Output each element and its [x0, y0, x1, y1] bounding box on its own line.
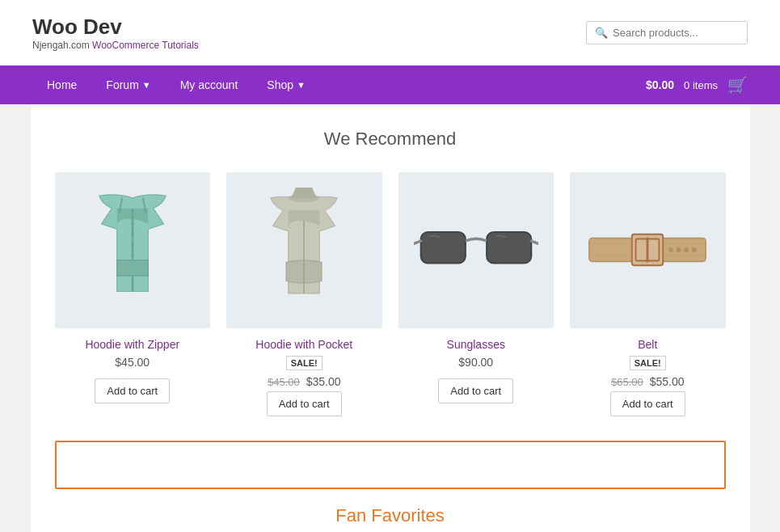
sale-badge-3: SALE! — [630, 356, 666, 375]
svg-point-0 — [131, 222, 134, 226]
product-name-0[interactable]: Hoodie with Zipper — [85, 338, 179, 351]
nav-item-forum[interactable]: Forum ▼ — [91, 65, 165, 104]
nav-right: $0.00 0 items 🛒 — [646, 75, 748, 95]
cart-icon[interactable]: 🛒 — [727, 75, 748, 95]
nav-item-home[interactable]: Home — [32, 65, 91, 104]
product-name-3[interactable]: Belt — [638, 338, 657, 351]
main-content: We Recommend — [31, 104, 750, 532]
svg-point-21 — [692, 247, 697, 252]
page-wrapper: Woo Dev Njengah.com WooCommerce Tutorial… — [0, 0, 780, 532]
svg-point-3 — [131, 254, 134, 257]
recommended-section-title: We Recommend — [55, 129, 726, 150]
svg-line-11 — [531, 241, 538, 246]
svg-rect-8 — [421, 232, 466, 264]
product-image-hoodie-pocket — [226, 172, 382, 328]
svg-line-10 — [414, 241, 421, 246]
search-box[interactable]: 🔍 — [586, 21, 748, 44]
product-card-hoodie-pocket: Hoodie with Pocket SALE! $45.00 $35.00 A… — [226, 172, 382, 416]
hoodie-zipper-svg — [70, 188, 195, 312]
add-to-cart-button-0[interactable]: Add to cart — [95, 378, 170, 403]
subtitle-link[interactable]: WooCommerce Tutorials — [92, 40, 199, 51]
site-title: Woo Dev — [32, 15, 199, 40]
forum-dropdown-arrow: ▼ — [142, 80, 151, 90]
shop-dropdown-arrow: ▼ — [297, 80, 306, 90]
add-to-cart-button-2[interactable]: Add to cart — [438, 378, 513, 403]
add-to-cart-button-1[interactable]: Add to cart — [267, 391, 342, 416]
search-icon: 🔍 — [595, 27, 608, 39]
search-input[interactable] — [613, 27, 742, 39]
add-to-cart-button-3[interactable]: Add to cart — [610, 391, 685, 416]
svg-rect-9 — [487, 232, 531, 264]
cart-total: $0.00 — [646, 78, 674, 91]
cart-items-count: 0 items — [684, 79, 718, 91]
hoodie-pocket-svg — [242, 188, 366, 312]
svg-point-20 — [684, 247, 689, 252]
svg-point-19 — [677, 247, 681, 252]
subtitle-text: Njengah.com — [32, 40, 92, 51]
orange-highlight-box — [55, 441, 726, 489]
product-pricing-1: $45.00 $35.00 — [268, 375, 340, 388]
product-image-sunglasses — [398, 172, 554, 328]
product-price-0: $45.00 — [115, 356, 150, 369]
product-card-sunglasses: Sunglasses $90.00 Add to cart — [398, 172, 554, 416]
nav-left: Home Forum ▼ My account Shop ▼ — [32, 65, 320, 104]
product-price-2: $90.00 — [458, 356, 493, 369]
svg-point-1 — [131, 233, 134, 236]
product-name-2[interactable]: Sunglasses — [447, 338, 505, 351]
nav-item-shop[interactable]: Shop ▼ — [252, 65, 320, 104]
fan-favorites-title: Fan Favorites — [55, 505, 726, 526]
product-card-hoodie-zipper: Hoodie with Zipper $45.00 Add to cart — [55, 172, 211, 416]
product-pricing-3: $65.00 $55.00 — [611, 375, 684, 388]
sunglasses-svg — [414, 188, 538, 312]
svg-point-18 — [668, 247, 673, 252]
site-subtitle: Njengah.com WooCommerce Tutorials — [32, 40, 199, 51]
nav-item-my-account[interactable]: My account — [166, 65, 253, 104]
product-name-1[interactable]: Hoodie with Pocket — [255, 338, 352, 351]
main-nav: Home Forum ▼ My account Shop ▼ $0.00 0 i… — [0, 65, 780, 104]
site-header: Woo Dev Njengah.com WooCommerce Tutorial… — [0, 0, 780, 65]
svg-point-2 — [131, 243, 134, 247]
product-image-belt — [570, 172, 726, 328]
sale-badge-1: SALE! — [286, 356, 323, 375]
product-image-hoodie-zipper — [55, 172, 211, 328]
site-branding: Woo Dev Njengah.com WooCommerce Tutorial… — [32, 15, 199, 51]
products-grid: Hoodie with Zipper $45.00 Add to cart — [55, 172, 726, 416]
belt-svg — [585, 188, 710, 312]
product-card-belt: Belt SALE! $65.00 $55.00 Add to cart — [570, 172, 726, 416]
content-area: We Recommend — [31, 104, 750, 532]
